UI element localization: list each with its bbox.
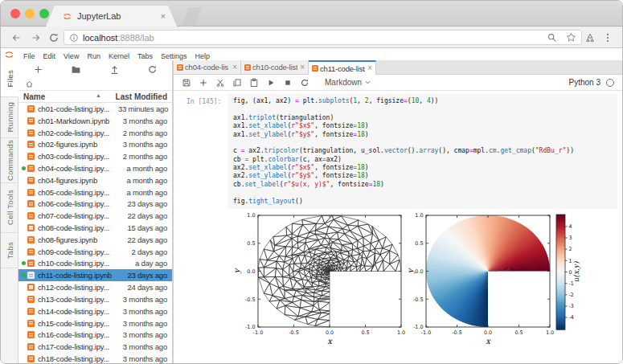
close-icon[interactable]: × [367, 64, 372, 72]
upload-icon[interactable] [109, 64, 120, 75]
file-row[interactable]: ch08-figures.ipynb22 days ago [18, 234, 172, 246]
file-row[interactable]: ch01-Markdown.ipynb3 months ago [18, 115, 172, 127]
run-icon[interactable] [266, 78, 276, 88]
cut-icon[interactable] [215, 78, 225, 88]
code-token: ax2. [233, 164, 248, 171]
file-row[interactable]: ch11-code-listing.ipynb23 days ago [18, 269, 172, 281]
traffic-minimize-button[interactable] [25, 9, 35, 18]
code-token: set_ylabel [248, 131, 287, 138]
file-row[interactable]: ch05-code-listing.ipy...a month ago [18, 186, 172, 198]
file-row[interactable]: ch09-code-listing.ipy...2 days ago [18, 246, 172, 258]
menu-item-run[interactable]: Run [83, 52, 105, 60]
menu-item-edit[interactable]: Edit [39, 52, 60, 60]
stop-icon[interactable] [283, 78, 293, 88]
browser-tab[interactable]: JupyterLab × [46, 6, 177, 27]
sidebar-tab-commands[interactable]: Commands [1, 138, 18, 183]
code-cell-editor[interactable]: fig, (ax1, ax2) = plt.subplots(1, 2, fig… [227, 94, 617, 209]
zoom-icon[interactable] [547, 32, 557, 43]
refresh-icon[interactable] [300, 78, 309, 88]
file-modified: 23 days ago [127, 271, 167, 280]
kernel-status-icon[interactable] [606, 79, 614, 87]
sidebar-tab-cell-tools[interactable]: Cell Tools [1, 183, 18, 233]
new-folder-icon[interactable] [71, 64, 81, 75]
file-row[interactable]: ch18-code-listing.ipy...3 months ago [18, 353, 172, 364]
paste-icon[interactable] [249, 78, 259, 88]
file-row[interactable]: ch13-code-listing.ipy...3 months ago [18, 293, 172, 305]
code-token: plt. [299, 97, 318, 104]
home-icon[interactable] [25, 80, 34, 88]
code-token: )) [566, 147, 574, 154]
main-dock-panel: ch04-code-lis×ch10-code-list×ch11-code-l… [173, 60, 622, 363]
menu-item-help[interactable]: Help [191, 52, 214, 60]
notebook-file-icon [27, 129, 35, 137]
file-row[interactable]: ch15-code-listing.ipy...3 months ago [18, 317, 172, 329]
forward-button[interactable] [31, 32, 42, 43]
kernel-name[interactable]: Python 3 [569, 78, 600, 87]
svg-text:-4: -4 [569, 314, 574, 321]
traffic-close-button[interactable] [10, 9, 20, 18]
file-row[interactable]: ch07-code-listing.ipy...22 days ago [18, 210, 172, 222]
menu-item-settings[interactable]: Settings [157, 52, 191, 60]
address-bar[interactable]: localhost :8888/lab [64, 30, 582, 45]
code-token: 10 [412, 97, 420, 104]
file-row[interactable]: ch16-code-listing.ipy...3 months ago [18, 329, 172, 341]
refresh-icon[interactable] [147, 64, 158, 75]
menu-item-kernel[interactable]: Kernel [105, 52, 133, 60]
reload-button[interactable] [48, 32, 59, 43]
file-row[interactable]: ch01-code-listing.ipy...33 minutes ago [18, 103, 172, 115]
code-token: tripcolor [264, 147, 299, 154]
svg-text:y: y [232, 268, 242, 274]
file-row[interactable]: ch17-code-listing.ipy...3 months ago [18, 341, 172, 353]
menu-item-tabs[interactable]: Tabs [133, 52, 157, 60]
sidebar-tab-running[interactable]: Running [1, 97, 18, 138]
file-row[interactable]: ch06-code-listing.ipy...23 days ago [18, 198, 172, 211]
file-row[interactable]: ch04-figures.ipynba month ago [18, 174, 172, 186]
notebook-file-icon [27, 343, 35, 350]
file-row[interactable]: ch04-code-listing.ipy...a month ago [18, 162, 172, 174]
save-icon[interactable] [182, 78, 191, 88]
code-line: fig, (ax1, ax2) = plt.subplots(1, 2, fig… [233, 97, 612, 105]
menu-item-file[interactable]: File [15, 52, 39, 60]
sidebar-tab-label: Tabs [6, 242, 14, 259]
menu-item-view[interactable]: View [59, 52, 83, 60]
code-token: triplot [248, 114, 276, 121]
svg-text:1.0: 1.0 [546, 329, 554, 336]
page-info-icon[interactable] [69, 33, 79, 43]
sidebar-tab-tabs[interactable]: Tabs [1, 233, 18, 268]
file-row[interactable]: ch10-code-listing.ipy...a day ago [18, 258, 172, 270]
file-row[interactable]: ch02-code-listing.ipy...2 months ago [18, 127, 172, 139]
document-tab-ch04-code-lis[interactable]: ch04-code-lis× [174, 60, 241, 74]
traffic-zoom-button[interactable] [39, 9, 49, 18]
code-line [233, 189, 612, 197]
sort-ascending-icon[interactable]: ▲ [96, 92, 101, 98]
file-row[interactable]: ch14-code-listing.ipy...3 months ago [18, 305, 172, 317]
back-button[interactable] [10, 32, 22, 43]
running-dot-icon [22, 273, 26, 277]
copy-icon[interactable] [232, 78, 242, 88]
file-row[interactable]: ch08-code-listing.ipy...15 days ago [18, 222, 172, 234]
add-cell-icon[interactable] [199, 78, 208, 88]
column-name[interactable]: Name [23, 92, 45, 101]
extension-icon[interactable] [584, 32, 596, 43]
cell-prompt: In [145]: [186, 98, 221, 105]
code-token: (triangulation, u_sol. [299, 147, 384, 154]
new-launcher-icon[interactable] [33, 64, 43, 75]
bookmark-star-icon[interactable] [566, 32, 576, 43]
close-icon[interactable]: × [300, 63, 305, 72]
kernel-indicator: Python 3 [569, 78, 614, 87]
file-name: ch03-code-listing.ipy... [38, 152, 118, 161]
file-modified: a day ago [135, 259, 167, 268]
sidebar-tab-label: Running [6, 102, 14, 133]
new-tab-button[interactable] [182, 7, 202, 27]
close-icon[interactable]: × [232, 63, 237, 72]
cell-type-dropdown[interactable]: Markdown [325, 78, 371, 87]
file-row[interactable]: ch03-code-listing.ipy...2 months ago [18, 150, 172, 162]
document-tab-ch11-code-list[interactable]: ch11-code-list× [309, 60, 376, 75]
file-row[interactable]: ch12-code-listing.ipy...24 days ago [18, 281, 172, 293]
browser-menu-icon[interactable] [602, 32, 613, 43]
file-row[interactable]: ch02-figures.ipynb3 months ago [18, 138, 172, 150]
tab-close-icon[interactable]: × [161, 12, 166, 21]
sidebar-tab-files[interactable]: Files [1, 60, 18, 97]
column-last-modified[interactable]: Last Modified [116, 92, 167, 101]
document-tab-ch10-code-list[interactable]: ch10-code-list× [241, 60, 309, 74]
